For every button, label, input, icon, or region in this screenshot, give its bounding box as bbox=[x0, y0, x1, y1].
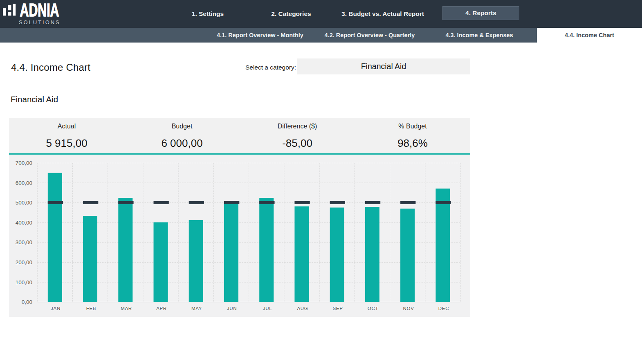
svg-text:ADNIA: ADNIA bbox=[20, 0, 59, 20]
